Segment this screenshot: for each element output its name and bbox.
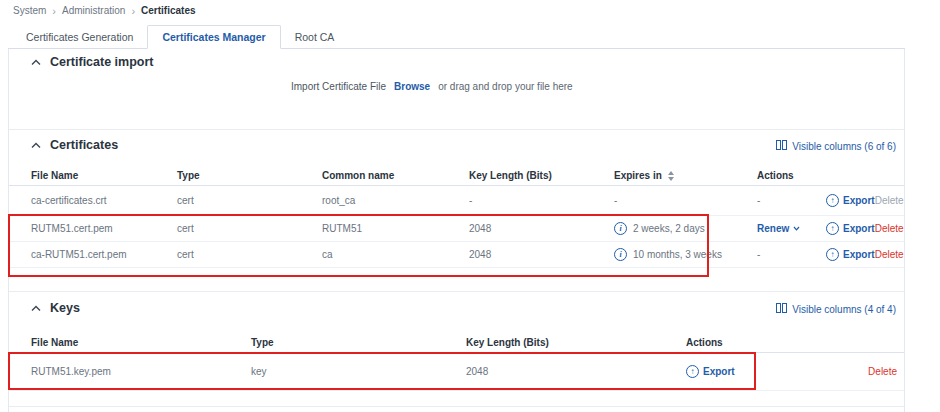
cell-file-name: ca-certificates.crt	[31, 195, 177, 206]
table-row: RUTM51.key.pem key 2048 ↑ Export Delete	[9, 353, 904, 391]
section-title-label: Keys	[50, 301, 80, 315]
info-icon[interactable]: i	[614, 222, 627, 235]
browse-button[interactable]: Browse	[394, 81, 430, 92]
cell-key-length: 2048	[469, 249, 614, 260]
chevron-up-icon	[31, 142, 41, 149]
section-divider	[9, 291, 904, 292]
breadcrumb: System › Administration › Certificates	[13, 5, 196, 16]
col-header-type[interactable]: Type	[177, 170, 322, 181]
cell-type: key	[251, 366, 466, 377]
cell-expires-in: i 10 months, 3 weeks	[614, 248, 757, 261]
export-button[interactable]: ↑ Export	[686, 365, 735, 378]
certificates-table: File Name Type Common name Key Length (B…	[9, 166, 904, 268]
tab-root-ca[interactable]: Root CA	[281, 26, 349, 48]
delete-button[interactable]: Delete	[868, 366, 897, 377]
export-arrow-icon: ↑	[826, 222, 839, 235]
certificates-section-header[interactable]: Certificates	[31, 138, 118, 152]
col-header-file-name[interactable]: File Name	[31, 337, 251, 348]
cell-file-name: RUTM51.cert.pem	[31, 223, 177, 234]
visible-columns-label: Visible columns (4 of 4)	[792, 304, 896, 315]
cell-type: cert	[177, 249, 322, 260]
export-label: Export	[843, 223, 875, 234]
table-row: ca-certificates.crt cert root_ca - - - ↑…	[9, 186, 904, 216]
section-divider	[9, 406, 904, 407]
chevron-up-icon	[31, 305, 41, 312]
chevron-down-icon	[793, 226, 800, 231]
cell-expires-in: i 2 weeks, 2 days	[614, 222, 757, 235]
col-header-key-length[interactable]: Key Length (Bits)	[466, 337, 686, 348]
cell-actions: ↑ Export Delete	[826, 194, 904, 207]
export-arrow-icon: ↑	[826, 194, 839, 207]
certificates-table-header: File Name Type Common name Key Length (B…	[9, 166, 904, 186]
delete-button[interactable]: Delete	[875, 249, 904, 260]
tab-certificates-manager[interactable]: Certificates Manager	[147, 25, 280, 49]
section-divider	[9, 129, 904, 130]
visible-columns-button-keys[interactable]: Visible columns (4 of 4)	[776, 303, 896, 315]
cell-actions: ↑ Export Delete	[686, 365, 897, 378]
cell-expires-in: -	[614, 195, 757, 206]
certificate-import-section-header[interactable]: Certificate import	[31, 55, 154, 69]
table-row: RUTM51.cert.pem cert RUTM51 2048 i 2 wee…	[9, 216, 904, 242]
cell-file-name: ca-RUTM51.cert.pem	[31, 249, 177, 260]
col-header-type[interactable]: Type	[251, 337, 466, 348]
breadcrumb-system[interactable]: System	[13, 5, 46, 16]
import-certificate-row: Import Certificate File Browse or drag a…	[291, 81, 573, 92]
import-certificate-file-label: Import Certificate File	[291, 81, 386, 92]
expires-in-label: Expires in	[614, 170, 662, 181]
table-row: ca-RUTM51.cert.pem cert ca 2048 i 10 mon…	[9, 242, 904, 268]
columns-icon	[776, 303, 787, 315]
cell-file-name: RUTM51.key.pem	[31, 366, 251, 377]
certificates-manager-page: System › Administration › Certificates C…	[0, 0, 940, 412]
col-header-common-name[interactable]: Common name	[322, 170, 469, 181]
sort-icon[interactable]	[668, 171, 674, 181]
visible-columns-label: Visible columns (6 of 6)	[792, 141, 896, 152]
keys-section-header[interactable]: Keys	[31, 301, 80, 315]
cell-type: cert	[177, 195, 322, 206]
tab-certificates-generation[interactable]: Certificates Generation	[12, 26, 147, 48]
cell-actions: ↑ Export Delete	[826, 248, 904, 261]
chevron-right-icon: ›	[131, 6, 135, 16]
visible-columns-button-certificates[interactable]: Visible columns (6 of 6)	[776, 140, 896, 152]
export-arrow-icon: ↑	[826, 248, 839, 261]
col-header-file-name[interactable]: File Name	[31, 170, 177, 181]
breadcrumb-administration[interactable]: Administration	[62, 5, 125, 16]
cell-renew: -	[757, 195, 826, 206]
chevron-right-icon: ›	[52, 6, 56, 16]
cell-type: cert	[177, 223, 322, 234]
export-label: Export	[703, 366, 735, 377]
drag-drop-hint: or drag and drop your file here	[438, 81, 573, 92]
export-button[interactable]: ↑ Export	[826, 248, 875, 261]
renew-label: Renew	[757, 223, 789, 234]
cell-actions: ↑ Export Delete	[826, 222, 904, 235]
cell-common-name: RUTM51	[322, 223, 469, 234]
delete-button[interactable]: Delete	[875, 223, 904, 234]
expires-value: 2 weeks, 2 days	[633, 223, 705, 234]
breadcrumb-certificates: Certificates	[141, 5, 195, 16]
renew-dropdown-button[interactable]: Renew	[757, 223, 800, 234]
content-card: Certificate import Import Certificate Fi…	[8, 49, 905, 412]
info-icon[interactable]: i	[614, 248, 627, 261]
section-title-label: Certificate import	[50, 55, 154, 69]
keys-table-header: File Name Type Key Length (Bits) Actions	[9, 333, 904, 353]
export-label: Export	[843, 249, 875, 260]
tab-bar: Certificates Generation Certificates Man…	[8, 27, 905, 49]
export-label: Export	[843, 195, 875, 206]
chevron-up-icon	[31, 59, 41, 66]
cell-key-length: -	[469, 195, 614, 206]
cell-renew: -	[757, 249, 826, 260]
col-header-actions: Actions	[686, 337, 897, 348]
cell-key-length: 2048	[469, 223, 614, 234]
cell-common-name: root_ca	[322, 195, 469, 206]
export-button[interactable]: ↑ Export	[826, 222, 875, 235]
col-header-expires-in[interactable]: Expires in	[614, 170, 757, 181]
cell-common-name: ca	[322, 249, 469, 260]
keys-table: File Name Type Key Length (Bits) Actions…	[9, 333, 904, 391]
col-header-actions: Actions	[757, 170, 826, 181]
export-button[interactable]: ↑ Export	[826, 194, 875, 207]
delete-button[interactable]: Delete	[875, 195, 904, 206]
cell-key-length: 2048	[466, 366, 686, 377]
expires-value: 10 months, 3 weeks	[633, 249, 722, 260]
columns-icon	[776, 140, 787, 152]
col-header-key-length[interactable]: Key Length (Bits)	[469, 170, 614, 181]
section-title-label: Certificates	[50, 138, 118, 152]
